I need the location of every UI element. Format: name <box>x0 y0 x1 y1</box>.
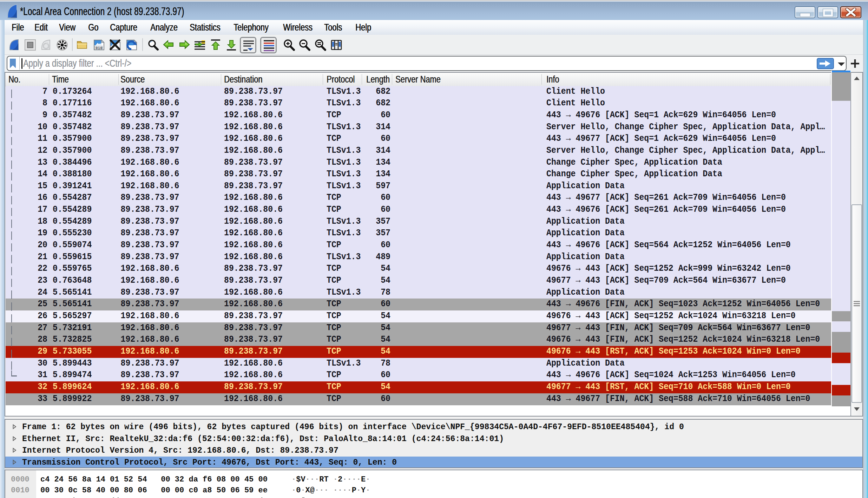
svg-text:010: 010 <box>96 46 103 50</box>
